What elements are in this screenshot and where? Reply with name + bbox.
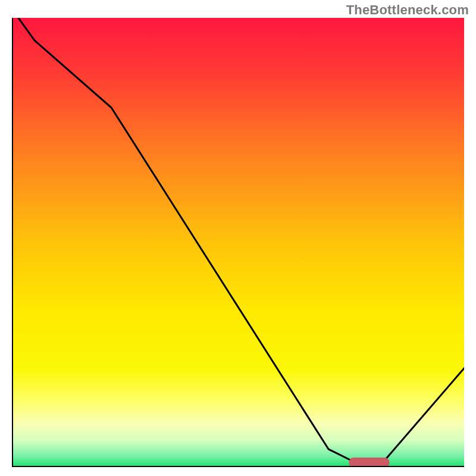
watermark-text: TheBottleneck.com [346, 2, 469, 18]
gradient-background [12, 18, 464, 467]
optimal-marker [349, 458, 389, 467]
plot-area [12, 18, 464, 467]
chart-frame: TheBottleneck.com [0, 0, 476, 476]
bottleneck-curve-chart [12, 18, 464, 467]
